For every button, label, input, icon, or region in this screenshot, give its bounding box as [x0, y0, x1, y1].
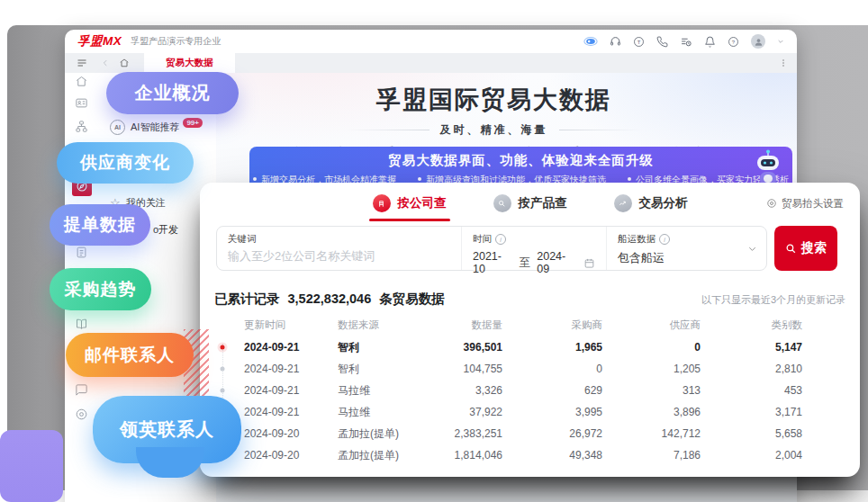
headset-icon[interactable]: [610, 36, 621, 48]
chat-icon[interactable]: [75, 383, 88, 400]
calendar-icon[interactable]: [583, 257, 595, 269]
pill-purchase-trend: 采购趋势: [50, 268, 151, 310]
table-cell: 智利: [338, 362, 428, 377]
phone-icon[interactable]: [656, 36, 668, 48]
pill-lading-data: 提单数据: [50, 204, 150, 246]
info-icon: i: [495, 234, 506, 245]
analysis-icon: [614, 194, 632, 212]
table-cell: 2024-09-21: [234, 341, 338, 354]
tab-label: 交易分析: [639, 195, 688, 211]
table-row: 2024-09-20 孟加拉(提单) 2,383,251 26,972 142,…: [200, 423, 860, 444]
target-icon[interactable]: [75, 408, 88, 425]
table-cell: 5,147: [701, 341, 802, 354]
col-header: 数据来源: [338, 318, 428, 332]
search-box: 关键词 时间 i 2021-10 至 2024-09: [216, 226, 767, 271]
search-icon: [785, 243, 797, 255]
titlebar-icons: T ?: [583, 34, 784, 49]
table-cell: 453: [701, 384, 802, 397]
table-cell: 49,348: [502, 449, 602, 462]
table-cell: 2024-09-21: [234, 363, 338, 375]
menu-item-ai-recommend[interactable]: AI AI智能推荐 99+: [110, 120, 204, 135]
table-cell: 629: [502, 384, 602, 397]
table-cell: 396,501: [428, 341, 502, 354]
decorative-corner-block: [0, 430, 63, 502]
title-bar: 孚盟MX 孚盟产品演示专用企业 T ?: [65, 30, 797, 53]
svg-text:?: ?: [732, 39, 736, 44]
help-icon[interactable]: ?: [728, 36, 739, 48]
table-cell: 0: [502, 363, 602, 375]
table-cell: 1,965: [502, 341, 602, 354]
table-row: 2024-09-21 智利 104,755 0 1,205 2,810: [200, 358, 860, 380]
home-icon[interactable]: [119, 58, 130, 68]
stats-suffix: 条贸易数据: [379, 291, 445, 308]
table-cell: 1,205: [602, 363, 701, 375]
table-cell: 104,755: [428, 363, 502, 375]
search-row: 关键词 时间 i 2021-10 至 2024-09: [200, 224, 860, 282]
product-search-icon: [493, 194, 511, 212]
table-cell: 孟加拉(提单): [338, 426, 428, 442]
table-cell: 5,658: [701, 427, 802, 440]
card-tabs: 按公司查 按产品查 交易分析 贸易抬头设置: [200, 183, 860, 224]
tab-trade-bigdata[interactable]: 贸易大数据: [144, 53, 235, 73]
timeline-dot: [216, 336, 234, 358]
search-button-label: 搜索: [801, 240, 827, 256]
tab-label: 按公司查: [398, 195, 447, 211]
tab-trade-analysis[interactable]: 交易分析: [614, 194, 688, 212]
time-separator: 至: [520, 255, 531, 271]
timeline-dot: [216, 358, 234, 380]
time-label: 时间: [473, 233, 492, 246]
tagline: 及时、精准、海量: [216, 122, 772, 138]
table-cell: 7,186: [602, 449, 701, 462]
id-card-icon[interactable]: [75, 96, 88, 113]
settings-label: 贸易抬头设置: [782, 197, 844, 211]
search-card: 按公司查 按产品查 交易分析 贸易抬头设置 关键词: [200, 183, 860, 477]
history-icon[interactable]: [680, 36, 692, 48]
chevron-down-icon[interactable]: [777, 38, 784, 45]
chevron-down-icon[interactable]: [747, 244, 757, 254]
time-from[interactable]: 2021-10: [473, 250, 513, 275]
table-cell: 马拉维: [338, 405, 428, 420]
menu-item-develop[interactable]: o开发: [153, 223, 178, 237]
ai-pill-icon[interactable]: [583, 36, 598, 47]
shipping-label: 船运数据: [618, 233, 656, 246]
shipping-value[interactable]: 包含船运: [618, 250, 755, 266]
table-row: 2024-09-21 马拉维 3,326 629 313 453: [200, 380, 860, 401]
table-row: 2024-09-21 智利 396,501 1,965 0 5,147: [200, 336, 860, 358]
ai-icon: AI: [110, 120, 125, 135]
shipping-field[interactable]: 船运数据 i 包含船运: [606, 227, 766, 270]
brand-logo: 孚盟MX: [77, 33, 122, 49]
pill-email-contacts: 邮件联系人: [66, 333, 194, 377]
stats-total: 3,522,832,046: [288, 291, 372, 306]
table-cell: 2,004: [701, 449, 802, 462]
home-icon[interactable]: [75, 75, 88, 92]
avatar[interactable]: [751, 34, 765, 49]
table-cell: 26,972: [502, 427, 602, 440]
stats-row: 已累计记录 3,522,832,046 条贸易数据 以下只显示最近3个月的更新记…: [200, 282, 860, 308]
table-cell: 2024-09-21: [234, 406, 338, 418]
translate-icon[interactable]: T: [633, 36, 645, 48]
table-cell: 2,810: [701, 363, 802, 375]
banner-title: 贸易大数据界面、功能、体验迎来全面升级: [249, 152, 792, 169]
page-title: 孚盟国际贸易大数据: [216, 84, 772, 116]
back-icon[interactable]: [101, 58, 110, 67]
search-button[interactable]: 搜索: [774, 226, 837, 271]
tab-by-company[interactable]: 按公司查: [373, 194, 447, 212]
pill-supplier-change: 供应商变化: [57, 142, 194, 184]
table-cell: 142,712: [602, 427, 701, 440]
table-cell: 2024-09-21: [234, 384, 338, 397]
table-cell: 1,814,046: [428, 449, 502, 462]
table-cell: 智利: [338, 340, 428, 355]
table-cell: 37,922: [428, 406, 502, 418]
time-to[interactable]: 2024-09: [537, 250, 577, 275]
bell-icon[interactable]: [704, 36, 716, 48]
gear-icon: [766, 198, 777, 209]
time-field[interactable]: 时间 i 2021-10 至 2024-09: [461, 227, 606, 270]
page: 孚盟MX 孚盟产品演示专用企业 T ? 贸易大数据: [0, 0, 868, 502]
trade-header-settings[interactable]: 贸易抬头设置: [766, 183, 844, 224]
menu-hamburger-icon[interactable]: [65, 58, 99, 68]
org-icon[interactable]: [75, 120, 88, 137]
more-kebab-icon[interactable]: [779, 58, 788, 68]
keyword-input[interactable]: [228, 246, 450, 263]
doc-icon[interactable]: [75, 246, 88, 263]
tab-by-product[interactable]: 按产品查: [493, 194, 567, 212]
